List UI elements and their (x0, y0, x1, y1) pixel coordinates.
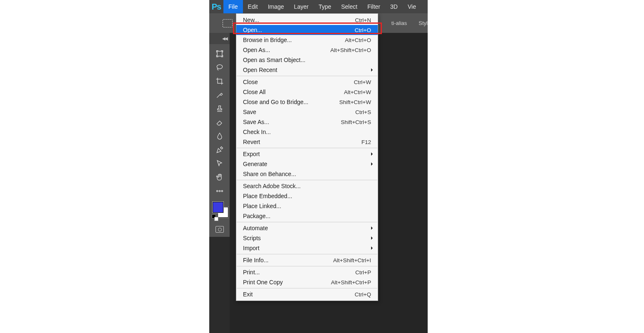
menuitem-close[interactable]: CloseCtrl+W (236, 77, 378, 87)
menuitem-revert[interactable]: RevertF12 (236, 137, 378, 147)
path-select-tool[interactable] (209, 157, 230, 170)
menuitem-shortcut: Shift+Ctrl+S (341, 119, 371, 125)
menuitem-save[interactable]: SaveCtrl+S (236, 107, 378, 117)
panel-collapse-bar[interactable]: ◀◀ (209, 33, 230, 44)
menuitem-close-and-go-to-bridge[interactable]: Close and Go to Bridge...Shift+Ctrl+W (236, 97, 378, 107)
menu-edit[interactable]: Edit (243, 0, 263, 13)
menuitem-label: Open... (243, 27, 262, 33)
menuitem-shortcut: Alt+Ctrl+O (345, 37, 371, 43)
clone-stamp-tool[interactable] (209, 102, 230, 115)
eraser-tool[interactable] (209, 115, 230, 129)
menuitem-check-in[interactable]: Check In... (236, 127, 378, 137)
lasso-tool[interactable] (209, 60, 230, 74)
toolbar (209, 44, 230, 237)
menu-separator (237, 148, 377, 148)
menuitem-label: File Info... (243, 257, 268, 263)
collapse-chevrons-icon: ◀◀ (222, 36, 227, 41)
menuitem-close-all[interactable]: Close AllAlt+Ctrl+W (236, 87, 378, 97)
menuitem-label: Close All (243, 89, 265, 95)
foreground-color-swatch[interactable] (213, 202, 223, 213)
menuitem-import[interactable]: Import (236, 243, 378, 253)
menuitem-export[interactable]: Export (236, 149, 378, 159)
menuitem-label: Save As... (243, 119, 269, 125)
menuitem-shortcut: Ctrl+S (355, 109, 371, 115)
menu-file[interactable]: File (223, 0, 243, 13)
pen-tool[interactable] (209, 143, 230, 157)
menuitem-label: Automate (243, 225, 268, 231)
menuitem-label: Check In... (243, 129, 271, 135)
menuitem-file-info[interactable]: File Info...Alt+Shift+Ctrl+I (236, 255, 378, 265)
menuitem-label: Place Linked... (243, 203, 281, 209)
menuitem-shortcut: Alt+Shift+Ctrl+I (333, 257, 371, 263)
default-colors-icon2 (214, 217, 218, 221)
menu-separator (237, 266, 377, 266)
menuitem-shortcut: Alt+Shift+Ctrl+P (331, 279, 371, 286)
menuitem-browse-in-bridge[interactable]: Browse in Bridge...Alt+Ctrl+O (236, 35, 378, 45)
menuitem-label: Open as Smart Object... (243, 57, 305, 63)
menuitem-label: Place Embedded... (243, 193, 292, 199)
photoshop-window: Ps FileEditImageLayerTypeSelectFilter3DV… (209, 0, 428, 333)
quick-mask-icon (215, 226, 224, 233)
menuitem-label: Import (243, 245, 260, 251)
menuitem-automate[interactable]: Automate (236, 223, 378, 233)
menuitem-label: Open As... (243, 47, 270, 53)
menuitem-scripts[interactable]: Scripts (236, 233, 378, 243)
menuitem-save-as[interactable]: Save As...Shift+Ctrl+S (236, 117, 378, 127)
svg-rect-0 (217, 51, 222, 56)
quick-mask-toggle[interactable] (209, 222, 230, 237)
svg-point-2 (216, 190, 218, 191)
blur-tool[interactable] (209, 129, 230, 143)
menu-filter[interactable]: Filter (362, 0, 385, 13)
menu-separator (237, 288, 377, 288)
style-label: Styl (419, 20, 428, 26)
menuitem-exit[interactable]: ExitCtrl+Q (236, 289, 378, 299)
menuitem-share-on-behance[interactable]: Share on Behance... (236, 169, 378, 179)
menuitem-label: Search Adobe Stock... (243, 183, 301, 189)
menu-select[interactable]: Select (336, 0, 362, 13)
menu-3d[interactable]: 3D (385, 0, 403, 13)
menuitem-open-as-smart-object[interactable]: Open as Smart Object... (236, 55, 378, 65)
menuitem-label: New... (243, 17, 259, 23)
menuitem-generate[interactable]: Generate (236, 159, 378, 169)
menuitem-label: Print... (243, 269, 260, 276)
hand-tool[interactable] (209, 170, 230, 184)
menu-separator (237, 222, 377, 222)
menu-vie[interactable]: Vie (403, 0, 421, 13)
menuitem-search-adobe-stock[interactable]: Search Adobe Stock... (236, 181, 378, 191)
menuitem-place-embedded[interactable]: Place Embedded... (236, 191, 378, 201)
svg-point-4 (221, 190, 223, 191)
menu-type[interactable]: Type (314, 0, 336, 13)
anti-alias-label: ti-alias (391, 20, 407, 26)
menu-image[interactable]: Image (263, 0, 289, 13)
menuitem-label: Share on Behance... (243, 171, 296, 177)
more-tools[interactable] (209, 184, 230, 198)
menuitem-shortcut: Shift+Ctrl+W (339, 99, 371, 105)
menuitem-print[interactable]: Print...Ctrl+P (236, 267, 378, 277)
menuitem-label: Exit (243, 291, 253, 298)
menuitem-new[interactable]: New...Ctrl+N (236, 15, 378, 25)
menuitem-shortcut: Ctrl+W (354, 79, 371, 85)
menuitem-label: Package... (243, 213, 270, 219)
app-logo: Ps (209, 0, 223, 13)
menuitem-place-linked[interactable]: Place Linked... (236, 201, 378, 211)
menuitem-label: Generate (243, 161, 267, 167)
color-swatches[interactable] (209, 200, 230, 221)
menuitem-label: Print One Copy (243, 279, 283, 286)
menuitem-open[interactable]: Open...Ctrl+O (236, 25, 378, 35)
marquee-tool-preset-icon[interactable] (223, 19, 233, 27)
menuitem-package[interactable]: Package... (236, 211, 378, 221)
menu-separator (237, 254, 377, 254)
menu-layer[interactable]: Layer (289, 0, 314, 13)
menuitem-shortcut: Ctrl+O (355, 27, 371, 33)
menuitem-shortcut: Alt+Ctrl+W (344, 89, 371, 95)
crop-tool[interactable] (209, 74, 230, 88)
menuitem-open-as[interactable]: Open As...Alt+Shift+Ctrl+O (236, 45, 378, 55)
menuitem-print-one-copy[interactable]: Print One CopyAlt+Shift+Ctrl+P (236, 277, 378, 287)
artboard-tool[interactable] (209, 47, 230, 60)
menubar: Ps FileEditImageLayerTypeSelectFilter3DV… (209, 0, 428, 13)
menuitem-shortcut: Ctrl+Q (355, 291, 371, 298)
menuitem-label: Close and Go to Bridge... (243, 99, 308, 105)
menuitem-label: Revert (243, 139, 260, 145)
eyedropper-tool[interactable] (209, 88, 230, 102)
menuitem-open-recent[interactable]: Open Recent (236, 65, 378, 75)
